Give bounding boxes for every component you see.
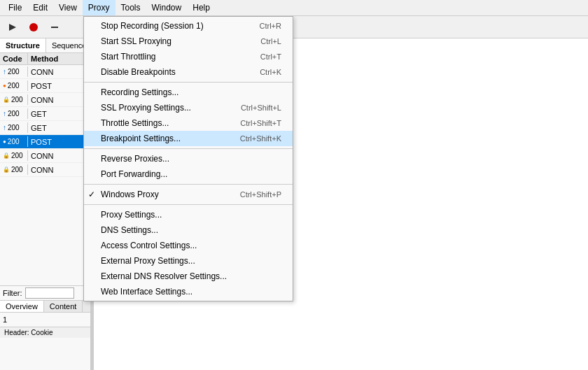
- toolbar: [0, 16, 588, 38]
- status-label: Header: Cookie: [4, 329, 52, 336]
- svg-rect-2: [51, 27, 58, 28]
- lock-icon: 🔒: [3, 97, 10, 103]
- tab-content[interactable]: Content: [44, 301, 83, 312]
- menu-help[interactable]: Help: [187, 0, 216, 15]
- lock-icon: 🔒: [3, 166, 10, 173]
- svg-point-1: [29, 23, 38, 31]
- table-header: Code Method: [0, 53, 90, 65]
- main-area: Structure Sequence Code Method ↑ 200 CON…: [0, 38, 588, 370]
- row-code: ↑ 200: [0, 66, 28, 77]
- right-panel: /me/user/get_current: [94, 38, 588, 370]
- row-method: CONN: [28, 164, 63, 176]
- row-method: CONN: [28, 94, 63, 106]
- row-method: CONN: [28, 66, 63, 78]
- row-method: POST: [28, 80, 63, 92]
- tab-overview[interactable]: Overview: [0, 301, 44, 312]
- svg-marker-0: [9, 24, 16, 31]
- row-code: 🔒 200: [0, 150, 28, 161]
- table-row[interactable]: 🔒 200 CONN: [0, 163, 90, 177]
- circle-icon: ●: [3, 83, 6, 89]
- menu-tools[interactable]: Tools: [115, 0, 146, 15]
- row-method: GET: [28, 122, 63, 134]
- toolbar-arrow-btn[interactable]: [3, 18, 22, 36]
- row-code: 🔒 200: [0, 94, 28, 105]
- menu-view[interactable]: View: [53, 0, 83, 15]
- col-header-code: Code: [0, 53, 28, 64]
- toolbar-minus-btn[interactable]: [45, 18, 64, 36]
- table-row-selected[interactable]: ● 200 POST: [0, 135, 90, 149]
- menu-proxy[interactable]: Proxy: [83, 0, 115, 15]
- right-content: /me/user/get_current: [94, 38, 588, 370]
- table-row[interactable]: 🔒 200 CONN: [0, 93, 90, 107]
- col-header-method: Method: [28, 53, 63, 64]
- bottom-left-panel: Overview Content 1 Header: Cookie: [0, 300, 90, 370]
- table-body: ↑ 200 CONN ● 200 POST 🔒 200 CONN: [0, 65, 90, 285]
- row-code: ↑ 200: [0, 122, 28, 133]
- lock-icon: 🔒: [3, 152, 10, 159]
- tab-structure[interactable]: Structure: [0, 38, 46, 52]
- arrow-up-icon: ↑: [3, 68, 6, 76]
- row-code: ● 200: [0, 80, 28, 91]
- arrow-up-icon: ↑: [3, 110, 6, 118]
- menu-window[interactable]: Window: [146, 0, 188, 15]
- table-row[interactable]: ↑ 200 GET: [0, 107, 90, 121]
- menubar: File Edit View Proxy Tools Window Help: [0, 0, 588, 16]
- table-row[interactable]: ● 200 POST: [0, 79, 90, 93]
- menu-file[interactable]: File: [3, 0, 27, 15]
- table-row[interactable]: ↑ 200 GET: [0, 121, 90, 135]
- row-code: ● 200: [0, 136, 28, 147]
- left-panel: Structure Sequence Code Method ↑ 200 CON…: [0, 38, 91, 370]
- table-row[interactable]: 🔒 200 CONN: [0, 149, 90, 163]
- circle-icon: ●: [3, 138, 6, 145]
- toolbar-record-btn[interactable]: [24, 18, 43, 36]
- panel-tabs: Structure Sequence: [0, 38, 90, 53]
- arrow-up-icon: ↑: [3, 124, 6, 131]
- row-method: GET: [28, 108, 63, 120]
- table-row[interactable]: ↑ 200 CONN: [0, 65, 90, 79]
- row-method: CONN: [28, 150, 63, 162]
- row-code: ↑ 200: [0, 108, 28, 119]
- status-bar: Header: Cookie: [0, 327, 90, 338]
- menu-edit[interactable]: Edit: [27, 0, 53, 15]
- url-display: /me/user/get_current: [97, 41, 585, 52]
- bottom-content: 1: [0, 313, 90, 327]
- bottom-value: 1: [3, 315, 88, 324]
- filter-label: Filter:: [3, 289, 22, 297]
- row-method: POST: [28, 136, 63, 148]
- filter-input[interactable]: [25, 287, 74, 299]
- bottom-tabs: Overview Content: [0, 301, 90, 313]
- row-code: 🔒 200: [0, 164, 28, 175]
- tab-sequence[interactable]: Sequence: [46, 38, 93, 52]
- filter-bar: Filter:: [0, 285, 90, 300]
